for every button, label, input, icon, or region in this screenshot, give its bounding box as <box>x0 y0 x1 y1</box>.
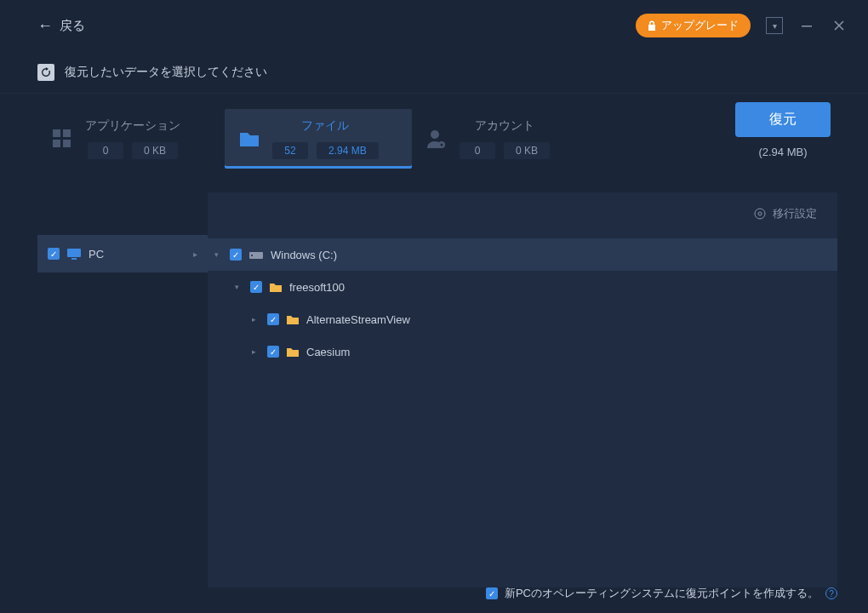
folder-icon <box>269 281 283 293</box>
drive-icon <box>248 249 264 261</box>
svg-point-13 <box>251 255 253 256</box>
tree-label: AlternateStreamView <box>306 313 410 326</box>
tree-checkbox[interactable]: ✓ <box>267 346 279 358</box>
svg-rect-8 <box>67 249 81 257</box>
category-apps-size: 0 KB <box>132 142 178 159</box>
files-icon <box>238 128 260 150</box>
chevron-down-icon[interactable]: ▾ <box>214 250 223 259</box>
restore-point-label: 新PCのオペレーティングシステムに復元ポイントを作成する。 <box>505 586 819 601</box>
svg-point-7 <box>441 144 443 146</box>
close-button[interactable] <box>831 17 848 34</box>
total-size-label: (2.94 MB) <box>758 146 807 158</box>
svg-rect-9 <box>71 258 77 260</box>
category-accounts-count: 0 <box>460 142 495 159</box>
category-accounts[interactable]: アカウント 0 0 KB <box>412 109 599 169</box>
tree-checkbox[interactable]: ✓ <box>267 313 279 325</box>
category-accounts-title: アカウント <box>475 118 534 134</box>
upgrade-label: アップグレード <box>661 18 739 33</box>
sidebar-item-pc[interactable]: ✓ PC ▸ <box>37 235 208 272</box>
help-icon[interactable]: ? <box>825 587 837 599</box>
minimize-button[interactable] <box>798 17 815 34</box>
chevron-right-icon[interactable]: ▸ <box>252 347 260 356</box>
back-button[interactable]: ← 戻る <box>37 17 85 35</box>
category-apps-count: 0 <box>88 142 123 159</box>
category-accounts-size: 0 KB <box>504 142 550 159</box>
category-apps-title: アプリケーション <box>85 118 180 134</box>
refresh-icon <box>37 64 54 81</box>
tree-row-drive-c[interactable]: ▾ ✓ Windows (C:) <box>208 238 837 271</box>
tree-row-folder[interactable]: ▸ ✓ AlternateStreamView <box>208 303 837 335</box>
back-label: 戻る <box>60 18 85 34</box>
category-files-title: ファイル <box>301 118 349 134</box>
gear-icon <box>754 208 766 220</box>
svg-rect-2 <box>63 129 71 137</box>
lock-icon <box>648 20 656 31</box>
pc-checkbox[interactable]: ✓ <box>48 248 60 260</box>
svg-point-10 <box>755 209 765 219</box>
pc-icon <box>66 248 82 260</box>
folder-icon <box>286 346 300 358</box>
back-arrow-icon: ← <box>37 17 53 35</box>
svg-point-5 <box>431 130 439 139</box>
accounts-icon <box>425 128 448 150</box>
menu-dropdown-button[interactable]: ▾ <box>766 17 783 34</box>
category-files[interactable]: ファイル 52 2.94 MB <box>225 109 412 169</box>
instruction-text: 復元したいデータを選択してください <box>65 65 267 80</box>
restore-point-checkbox[interactable]: ✓ <box>486 587 498 599</box>
tree-row-folder[interactable]: ▸ ✓ Caesium <box>208 335 837 368</box>
category-files-count: 52 <box>272 142 308 159</box>
svg-rect-0 <box>802 26 812 27</box>
svg-rect-1 <box>53 129 60 137</box>
svg-rect-4 <box>63 140 71 147</box>
chevron-right-icon: ▸ <box>193 249 197 259</box>
svg-rect-3 <box>53 140 60 147</box>
restore-button[interactable]: 復元 <box>735 102 831 137</box>
tree-label: Caesium <box>306 346 350 358</box>
tree-label: freesoft100 <box>289 281 345 294</box>
tree-checkbox[interactable]: ✓ <box>230 249 242 261</box>
folder-icon <box>286 313 300 325</box>
category-files-size: 2.94 MB <box>317 142 379 159</box>
apps-icon <box>51 128 73 150</box>
migration-settings-link[interactable]: 移行設定 <box>773 206 817 221</box>
chevron-right-icon[interactable]: ▸ <box>252 315 260 324</box>
chevron-down-icon[interactable]: ▾ <box>235 283 243 291</box>
sidebar-pc-label: PC <box>89 248 104 261</box>
tree-row-folder[interactable]: ▾ ✓ freesoft100 <box>208 271 837 303</box>
tree-label: Windows (C:) <box>271 249 337 261</box>
upgrade-button[interactable]: アップグレード <box>636 14 751 37</box>
category-apps[interactable]: アプリケーション 0 0 KB <box>37 109 225 169</box>
svg-point-11 <box>758 212 762 215</box>
tree-checkbox[interactable]: ✓ <box>250 281 262 293</box>
